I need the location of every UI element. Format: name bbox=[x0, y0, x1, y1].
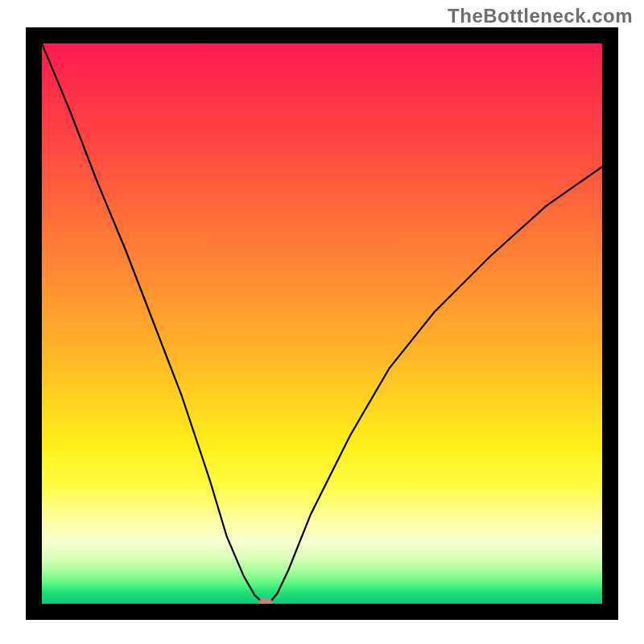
bottleneck-curve bbox=[42, 43, 602, 604]
watermark-text: TheBottleneck.com bbox=[448, 5, 633, 27]
plot-area bbox=[42, 43, 602, 604]
plot-frame bbox=[26, 27, 618, 620]
optimal-marker bbox=[259, 598, 272, 604]
chart-wrapper: TheBottleneck.com bbox=[0, 0, 644, 644]
